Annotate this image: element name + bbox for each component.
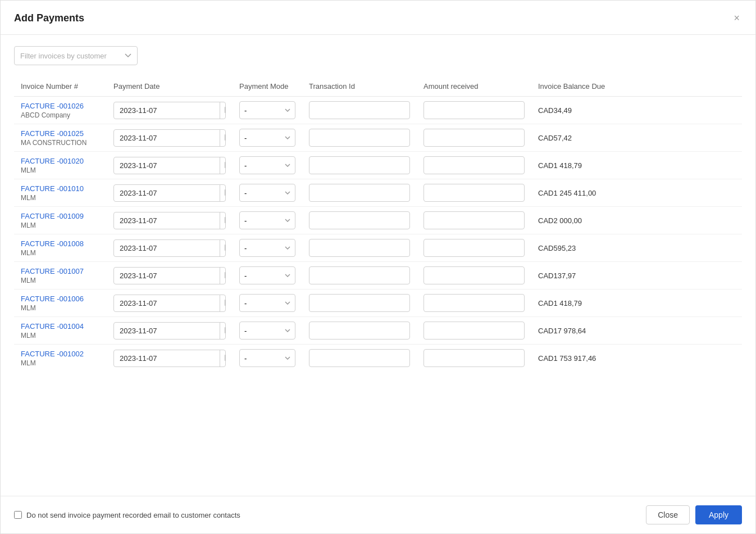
date-input[interactable]: [114, 268, 220, 283]
table-body: FACTURE -001026 ABCD Company: [14, 97, 742, 372]
invoice-link[interactable]: FACTURE -001020: [21, 157, 100, 165]
svg-rect-32: [225, 327, 226, 333]
amount-cell: [417, 345, 531, 372]
amount-input[interactable]: [423, 101, 525, 119]
invoice-link[interactable]: FACTURE -001008: [21, 239, 100, 248]
date-input[interactable]: [114, 351, 220, 366]
calendar-icon[interactable]: [220, 268, 226, 284]
calendar-icon[interactable]: [220, 350, 226, 366]
date-input[interactable]: [114, 103, 220, 118]
header-transaction: Transaction Id: [302, 76, 417, 97]
date-cell: [107, 124, 233, 152]
calendar-icon[interactable]: [220, 240, 226, 256]
invoice-link[interactable]: FACTURE -001004: [21, 322, 100, 331]
svg-rect-24: [225, 272, 226, 278]
calendar-icon[interactable]: [220, 212, 226, 229]
invoice-link[interactable]: FACTURE -001007: [21, 267, 100, 275]
transaction-cell: [302, 152, 417, 179]
close-button[interactable]: Close: [646, 505, 690, 524]
balance-cell: CAD57,42: [531, 124, 742, 152]
invoice-link[interactable]: FACTURE -001002: [21, 350, 100, 358]
amount-input[interactable]: [423, 129, 525, 147]
date-input[interactable]: [114, 130, 220, 146]
amount-input[interactable]: [423, 266, 525, 284]
amount-input[interactable]: [423, 349, 525, 367]
date-input[interactable]: [114, 296, 220, 311]
calendar-icon[interactable]: [220, 157, 226, 174]
table-row: FACTURE -001025 MA CONSTRUCTION: [14, 124, 742, 152]
date-cell: [107, 179, 233, 207]
payment-mode-select[interactable]: - Cash Check Bank Transfer: [239, 129, 295, 147]
transaction-input[interactable]: [309, 322, 410, 340]
transaction-input[interactable]: [309, 349, 410, 367]
transaction-input[interactable]: [309, 101, 410, 119]
close-icon-button[interactable]: ×: [731, 11, 742, 25]
transaction-input[interactable]: [309, 156, 410, 174]
payment-mode-select[interactable]: - Cash Check Bank Transfer: [239, 294, 295, 312]
payment-mode-select[interactable]: - Cash Check Bank Transfer: [239, 239, 295, 257]
transaction-input[interactable]: [309, 239, 410, 257]
payment-mode-select[interactable]: - Cash Check Bank Transfer: [239, 156, 295, 174]
amount-input[interactable]: [423, 322, 525, 340]
date-input[interactable]: [114, 158, 220, 173]
table-header: Invoice Number # Payment Date Payment Mo…: [14, 76, 742, 97]
svg-rect-4: [225, 134, 226, 141]
transaction-input[interactable]: [309, 294, 410, 312]
invoice-cell: FACTURE -001025 MA CONSTRUCTION: [14, 124, 107, 152]
no-email-checkbox-label[interactable]: Do not send invoice payment recorded ema…: [14, 511, 240, 519]
invoice-link[interactable]: FACTURE -001025: [21, 129, 100, 138]
date-input[interactable]: [114, 213, 220, 228]
payment-mode-select[interactable]: - Cash Check Bank Transfer: [239, 349, 295, 367]
customer-filter-select[interactable]: Filter invoices by customer: [14, 46, 138, 65]
table-row: FACTURE -001006 MLM: [14, 289, 742, 317]
transaction-input[interactable]: [309, 211, 410, 229]
invoice-link[interactable]: FACTURE -001026: [21, 102, 100, 110]
balance-cell: CAD34,49: [531, 97, 742, 124]
transaction-input[interactable]: [309, 266, 410, 284]
invoice-link[interactable]: FACTURE -001009: [21, 212, 100, 220]
date-cell: [107, 234, 233, 262]
payment-mode-select[interactable]: - Cash Check Bank Transfer: [239, 101, 295, 119]
amount-input[interactable]: [423, 156, 525, 174]
transaction-input[interactable]: [309, 129, 410, 147]
amount-input[interactable]: [423, 294, 525, 312]
invoice-link[interactable]: FACTURE -001006: [21, 295, 100, 303]
payment-mode-select[interactable]: - Cash Check Bank Transfer: [239, 211, 295, 229]
add-payments-modal: Add Payments × Filter invoices by custom…: [0, 0, 756, 534]
apply-button[interactable]: Apply: [695, 505, 742, 524]
calendar-icon[interactable]: [220, 323, 226, 339]
svg-rect-16: [225, 217, 226, 223]
balance-due-value: CAD137,97: [538, 271, 576, 280]
date-input[interactable]: [114, 241, 220, 256]
date-input-wrapper: [113, 239, 226, 257]
svg-rect-20: [225, 245, 226, 251]
calendar-icon[interactable]: [220, 130, 226, 146]
mode-cell: - Cash Check Bank Transfer: [233, 179, 302, 207]
amount-cell: [417, 289, 531, 317]
date-input[interactable]: [114, 185, 220, 201]
payment-mode-select[interactable]: - Cash Check Bank Transfer: [239, 322, 295, 340]
invoice-customer: MA CONSTRUCTION: [21, 139, 100, 147]
amount-input[interactable]: [423, 239, 525, 257]
amount-cell: [417, 317, 531, 345]
amount-input[interactable]: [423, 211, 525, 229]
no-email-checkbox[interactable]: [14, 511, 22, 519]
amount-input[interactable]: [423, 184, 525, 202]
calendar-icon[interactable]: [220, 185, 226, 201]
invoice-table: Invoice Number # Payment Date Payment Mo…: [14, 76, 742, 372]
invoice-customer: MLM: [21, 277, 100, 284]
calendar-icon[interactable]: [220, 102, 226, 119]
balance-due-value: CAD17 978,64: [538, 327, 586, 335]
balance-due-value: CAD1 418,79: [538, 299, 582, 307]
date-input-wrapper: [113, 184, 226, 202]
transaction-input[interactable]: [309, 184, 410, 202]
payment-mode-select[interactable]: - Cash Check Bank Transfer: [239, 184, 295, 202]
balance-cell: CAD17 978,64: [531, 317, 742, 345]
date-input[interactable]: [114, 323, 220, 338]
calendar-icon[interactable]: [220, 295, 226, 311]
balance-cell: CAD595,23: [531, 234, 742, 262]
header-invoice: Invoice Number #: [14, 76, 107, 97]
balance-cell: CAD1 753 917,46: [531, 345, 742, 372]
payment-mode-select[interactable]: - Cash Check Bank Transfer: [239, 266, 295, 284]
invoice-link[interactable]: FACTURE -001010: [21, 184, 100, 193]
